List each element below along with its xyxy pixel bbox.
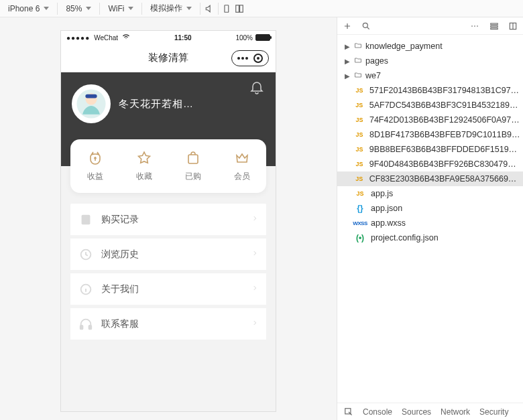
- zoom-select-label: 85%: [66, 4, 82, 13]
- svg-rect-13: [491, 23, 498, 24]
- svg-rect-14: [491, 25, 498, 27]
- folder-icon: [353, 42, 363, 52]
- collapse-icon[interactable]: [508, 21, 518, 31]
- card-item-crown[interactable]: 会员: [217, 139, 266, 193]
- card-item-money-bag[interactable]: 收益: [70, 139, 119, 193]
- tab-console[interactable]: Console: [363, 407, 392, 417]
- tab-network[interactable]: Network: [441, 407, 470, 417]
- chevron-down-icon: [128, 7, 133, 10]
- avatar[interactable]: [72, 84, 111, 123]
- expand-icon: ▶: [344, 43, 351, 50]
- chevron-right-icon: [251, 318, 258, 330]
- stats-card: 收益收藏已购会员: [70, 139, 266, 193]
- more-icon[interactable]: ⋯: [471, 21, 480, 31]
- svg-point-12: [363, 23, 367, 27]
- separator: [141, 3, 142, 15]
- status-time: 11:50: [134, 34, 231, 42]
- file-type-icon: {}: [352, 204, 368, 213]
- separator: [99, 3, 100, 15]
- tree-file[interactable]: JS5AF7DC543B6B43BF3C91B45321897A50...: [337, 98, 523, 113]
- mute-icon[interactable]: [205, 4, 214, 13]
- chevron-right-icon: [251, 249, 258, 260]
- device-select-label: iPhone 6: [8, 4, 40, 13]
- tree-folder[interactable]: ▶we7: [337, 68, 523, 83]
- chevron-right-icon: [251, 214, 258, 225]
- tree-file[interactable]: JS9BB8BEF63B6B43BFFDDED6F151997A5...: [337, 142, 523, 157]
- miniprogram-titlebar: 装修清算: [61, 44, 276, 72]
- svg-rect-1: [236, 5, 239, 12]
- chevron-down-icon: [44, 7, 49, 10]
- tree-folder[interactable]: ▶knowledge_payment: [337, 39, 523, 54]
- tree-file[interactable]: JS74F42D013B6B43BF12924506F0A97A50.js: [337, 113, 523, 127]
- bell-icon[interactable]: [249, 79, 265, 95]
- menu-item-clock[interactable]: 浏览历史: [70, 238, 266, 271]
- card-item-label: 收益: [87, 171, 103, 182]
- tree-file[interactable]: (•)project.config.json: [337, 230, 523, 245]
- page-body: 冬天花开若相… 收益收藏已购会员 购买记录浏览历史关于我们联系客服: [61, 72, 276, 411]
- tree-file[interactable]: WXSSapp.wxss: [337, 216, 523, 230]
- zoom-select[interactable]: 85%: [62, 1, 95, 16]
- explorer-toolbar: ⋯: [337, 17, 523, 35]
- card-item-label: 收藏: [136, 171, 152, 182]
- menu-item-headset[interactable]: 联系客服: [70, 308, 266, 340]
- tab-security[interactable]: Security: [479, 407, 508, 417]
- tree-item-label: app.wxss: [371, 218, 406, 228]
- file-type-icon: JS: [352, 146, 367, 153]
- device-select[interactable]: iPhone 6: [4, 1, 53, 16]
- svg-rect-6: [188, 155, 198, 163]
- tree-item-label: app.json: [371, 204, 402, 213]
- receipt-icon: [78, 212, 93, 227]
- tree-item-label: project.config.json: [371, 233, 439, 242]
- close-ring-icon: [253, 54, 263, 63]
- tree-item-label: app.js: [371, 189, 393, 198]
- headset-icon: [78, 317, 93, 332]
- rotate-icon[interactable]: [223, 4, 232, 13]
- menu-item-label: 浏览历史: [101, 249, 243, 261]
- search-icon[interactable]: [361, 21, 371, 31]
- capsule-button[interactable]: [231, 50, 269, 66]
- file-type-icon: (•): [352, 233, 368, 242]
- network-select[interactable]: WiFi: [104, 1, 137, 16]
- file-type-icon: JS: [352, 190, 368, 197]
- tree-file[interactable]: JS9F40D4843B6B43BFF926BC8304797A50.js: [337, 157, 523, 171]
- new-file-icon[interactable]: [343, 21, 352, 31]
- card-item-label: 已购: [185, 171, 201, 182]
- tree-file[interactable]: JSCF83E2303B6B43BFA9E58A3756697A50.js: [337, 171, 523, 186]
- tree-file[interactable]: JSapp.js: [337, 186, 523, 201]
- page-title: 装修清算: [148, 52, 188, 64]
- tree-file[interactable]: {}app.json: [337, 201, 523, 216]
- devtools-top-toolbar: iPhone 6 85% WiFi 模拟操作: [0, 0, 523, 17]
- tree-item-label: 8D1BF4173B6B43BFEB7D9C1011B97A5...: [369, 130, 520, 139]
- status-bar: ●●●●● WeChat 11:50 100%: [61, 31, 276, 44]
- menu-item-label: 关于我们: [101, 283, 243, 295]
- bag-icon: [185, 150, 201, 168]
- simulator-area: ●●●●● WeChat 11:50 100% 装修清算: [0, 17, 337, 420]
- tree-item-label: 9BB8BEF63B6B43BFFDDED6F151997A5...: [369, 145, 520, 154]
- file-explorer: ⋯ ▶knowledge_payment▶pages▶we7JS571F2014…: [337, 17, 523, 420]
- file-type-icon: JS: [352, 117, 367, 123]
- inspect-icon[interactable]: [344, 407, 353, 417]
- tree-folder[interactable]: ▶pages: [337, 54, 523, 68]
- tree-item-label: 5AF7DC543B6B43BF3C91B45321897A50...: [369, 100, 520, 110]
- tree-file[interactable]: JS571F20143B6B43BF31794813B1C97A50.js: [337, 83, 523, 98]
- card-item-star[interactable]: 收藏: [119, 139, 168, 193]
- money-bag-icon: [87, 150, 103, 168]
- svg-rect-2: [240, 5, 243, 12]
- settings-icon[interactable]: [489, 21, 499, 31]
- menu-item-receipt[interactable]: 购买记录: [70, 204, 266, 236]
- svg-rect-5: [85, 94, 97, 98]
- dock-icon[interactable]: [235, 4, 244, 13]
- nickname: 冬天花开若相…: [119, 98, 194, 111]
- menu-item-info[interactable]: 关于我们: [70, 273, 266, 305]
- file-type-icon: JS: [352, 102, 367, 109]
- menu-item-label: 联系客服: [101, 318, 243, 330]
- svg-rect-7: [82, 214, 91, 224]
- status-carrier: WeChat: [94, 34, 118, 42]
- file-tree[interactable]: ▶knowledge_payment▶pages▶we7JS571F20143B…: [337, 35, 523, 403]
- menu-list: 购买记录浏览历史关于我们联系客服: [70, 204, 266, 340]
- card-item-bag[interactable]: 已购: [168, 139, 217, 193]
- tab-sources[interactable]: Sources: [402, 407, 431, 417]
- phone-frame: ●●●●● WeChat 11:50 100% 装修清算: [61, 31, 276, 411]
- mock-select[interactable]: 模拟操作: [146, 1, 196, 16]
- tree-file[interactable]: JS8D1BF4173B6B43BFEB7D9C1011B97A5...: [337, 127, 523, 142]
